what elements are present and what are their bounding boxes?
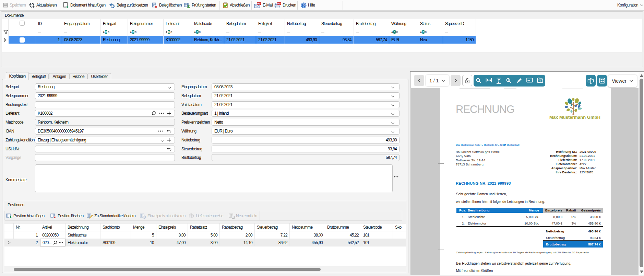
- svg-text:?: ?: [303, 3, 305, 7]
- svg-text:PDF: PDF: [277, 2, 281, 5]
- svg-text:PDF: PDF: [257, 2, 261, 5]
